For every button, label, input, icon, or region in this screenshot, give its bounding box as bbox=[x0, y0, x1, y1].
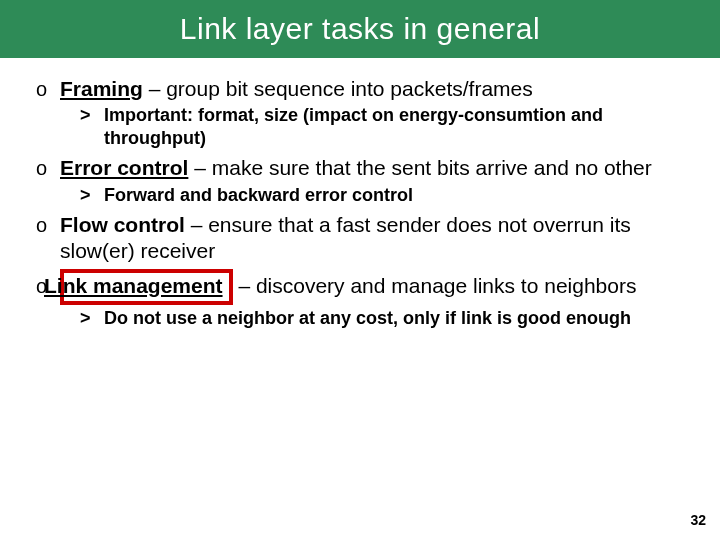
slide-title: Link layer tasks in general bbox=[180, 12, 540, 46]
term-link-management-highlight: Link management bbox=[60, 269, 233, 305]
text-link-sub: Do not use a neighbor at any cost, only … bbox=[104, 308, 631, 328]
subbullet-marker: > bbox=[80, 184, 104, 207]
text-link-management: – discovery and manage links to neighbor… bbox=[233, 274, 637, 297]
text-framing: – group bit sequence into packets/frames bbox=[143, 77, 533, 100]
bullet-flow-control: oFlow control – ensure that a fast sende… bbox=[18, 212, 694, 265]
subbullet-framing: >Important: format, size (impact on ener… bbox=[18, 104, 694, 149]
page-number: 32 bbox=[690, 512, 706, 528]
bullet-link-management: oLink management – discovery and manage … bbox=[18, 269, 694, 305]
bullet-marker: o bbox=[36, 77, 60, 102]
slide-content: oFraming – group bit sequence into packe… bbox=[0, 58, 720, 329]
bullet-marker: o bbox=[36, 156, 60, 181]
subbullet-link-management: >Do not use a neighbor at any cost, only… bbox=[18, 307, 694, 330]
term-error-control: Error control bbox=[60, 156, 188, 179]
subbullet-marker: > bbox=[80, 104, 104, 127]
subbullet-marker: > bbox=[80, 307, 104, 330]
text-error-control: – make sure that the sent bits arrive an… bbox=[188, 156, 651, 179]
term-flow-control: Flow control bbox=[60, 213, 185, 236]
bullet-marker: o bbox=[36, 213, 60, 238]
term-framing: Framing bbox=[60, 77, 143, 100]
bullet-error-control: oError control – make sure that the sent… bbox=[18, 155, 694, 181]
text-error-sub: Forward and backward error control bbox=[104, 185, 413, 205]
text-framing-sub: Important: format, size (impact on energ… bbox=[104, 105, 603, 148]
subbullet-error-control: >Forward and backward error control bbox=[18, 184, 694, 207]
bullet-framing: oFraming – group bit sequence into packe… bbox=[18, 76, 694, 102]
slide-title-bar: Link layer tasks in general bbox=[0, 0, 720, 58]
